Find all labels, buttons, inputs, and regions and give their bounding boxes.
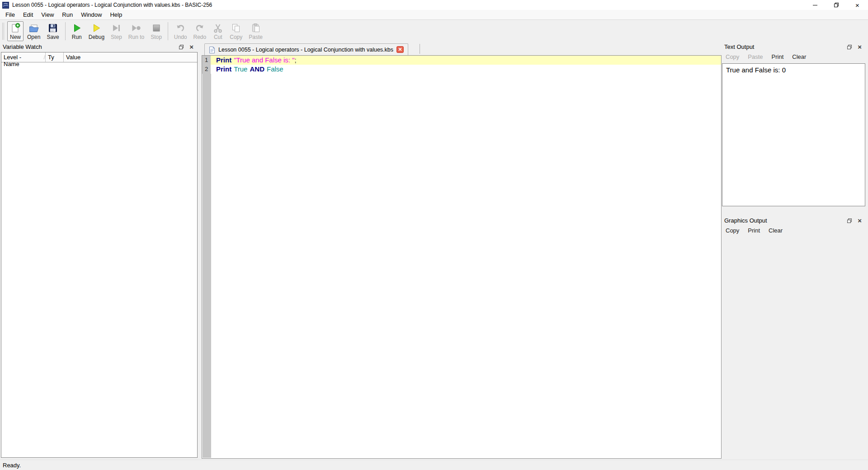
tab-close-icon[interactable]: ✕ bbox=[396, 46, 404, 53]
debug-button-label: Debug bbox=[89, 34, 104, 40]
paste-icon bbox=[250, 23, 261, 33]
restore-icon bbox=[834, 2, 839, 8]
close-button[interactable]: × bbox=[847, 0, 868, 10]
paste-button-label: Paste bbox=[249, 34, 263, 40]
redo-button[interactable]: Redo bbox=[191, 21, 209, 41]
toolbar-separator bbox=[65, 22, 66, 40]
editor-tabbar: Lesson 0055 - Logical operators - Logica… bbox=[202, 42, 722, 55]
close-panel-icon[interactable]: × bbox=[858, 44, 862, 50]
editor-area: Lesson 0055 - Logical operators - Logica… bbox=[202, 42, 722, 460]
paste-button[interactable]: Paste bbox=[246, 21, 265, 41]
new-document-icon bbox=[10, 23, 21, 33]
save-button[interactable]: Save bbox=[44, 21, 61, 41]
menu-window[interactable]: Window bbox=[77, 10, 106, 19]
code-line: 1 Print"True and False is: "; bbox=[202, 56, 721, 65]
close-panel-icon[interactable]: × bbox=[189, 44, 193, 50]
graphics-output-title: Graphics Output bbox=[724, 217, 847, 224]
menu-file[interactable]: File bbox=[1, 10, 19, 19]
menu-edit[interactable]: Edit bbox=[19, 10, 37, 19]
step-button-label: Step bbox=[111, 34, 122, 40]
new-button[interactable]: New bbox=[7, 21, 24, 41]
editor-tab-title: Lesson 0055 - Logical operators - Logica… bbox=[218, 47, 393, 53]
code-line-text: PrintTrueANDFalse bbox=[211, 65, 721, 74]
undo-icon bbox=[175, 23, 186, 33]
graphics-output-canvas bbox=[722, 235, 867, 460]
column-header-level-name[interactable]: Level - Name / bbox=[1, 52, 46, 62]
run-icon bbox=[71, 23, 82, 33]
menu-run[interactable]: Run bbox=[58, 10, 77, 19]
column-header-type[interactable]: Ty bbox=[46, 52, 64, 62]
text-output-buttons: Copy Paste Print Clear bbox=[722, 52, 867, 62]
statusbar: Ready. bbox=[0, 460, 868, 470]
debug-button[interactable]: Debug bbox=[86, 21, 107, 41]
run-to-button-label: Run to bbox=[128, 34, 144, 40]
minimize-button[interactable] bbox=[804, 0, 826, 10]
toolbar-drag-handle[interactable] bbox=[2, 23, 4, 40]
copy-button-label: Copy bbox=[230, 34, 242, 40]
stop-button[interactable]: Stop bbox=[148, 21, 165, 41]
run-to-icon bbox=[131, 23, 142, 33]
text-output-title: Text Output bbox=[724, 43, 847, 50]
line-number: 2 bbox=[202, 65, 211, 74]
float-panel-icon[interactable] bbox=[847, 44, 852, 50]
variable-watch-header: Level - Name / Ty Value bbox=[1, 52, 197, 62]
keyword-token: Print bbox=[216, 56, 231, 64]
graphics-output-print-button[interactable]: Print bbox=[748, 227, 760, 234]
graphics-output-titlebar: Graphics Output × bbox=[722, 215, 867, 226]
variable-watch-titlebar: Variable Watch × bbox=[0, 42, 199, 52]
keyword-token: AND bbox=[250, 65, 264, 73]
menu-help[interactable]: Help bbox=[106, 10, 126, 19]
text-output-clear-button[interactable]: Clear bbox=[792, 53, 806, 60]
undo-button[interactable]: Undo bbox=[171, 21, 190, 41]
variable-watch-table: Level - Name / Ty Value bbox=[1, 52, 198, 458]
app-icon bbox=[2, 2, 9, 9]
copy-button[interactable]: Copy bbox=[227, 21, 245, 41]
open-folder-icon bbox=[28, 23, 39, 33]
stop-button-label: Stop bbox=[151, 34, 162, 40]
text-output-panel: Text Output × Copy Paste Print Clear Tru… bbox=[722, 42, 867, 215]
graphics-output-clear-button[interactable]: Clear bbox=[769, 227, 783, 234]
restore-button[interactable] bbox=[826, 0, 847, 10]
run-button[interactable]: Run bbox=[69, 21, 85, 41]
variable-watch-panel: Variable Watch × Level - Name / Ty Value bbox=[0, 42, 199, 460]
menubar: File Edit View Run Window Help bbox=[0, 10, 868, 20]
save-floppy-icon bbox=[47, 23, 58, 33]
punctuation-token: ; bbox=[294, 56, 296, 64]
redo-icon bbox=[194, 23, 205, 33]
text-output-copy-button[interactable]: Copy bbox=[726, 53, 739, 60]
new-button-label: New bbox=[10, 34, 21, 40]
save-button-label: Save bbox=[47, 34, 59, 40]
sort-indicator-icon: / bbox=[43, 54, 45, 62]
line-number: 1 bbox=[202, 56, 211, 65]
text-output-paste-button[interactable]: Paste bbox=[748, 53, 763, 60]
open-button-label: Open bbox=[27, 34, 40, 40]
stop-icon bbox=[151, 23, 162, 33]
text-output-content[interactable]: True and False is: 0 bbox=[722, 63, 865, 206]
step-button[interactable]: Step bbox=[108, 21, 125, 41]
code-line: 2 PrintTrueANDFalse bbox=[202, 65, 721, 74]
column-header-value[interactable]: Value bbox=[64, 52, 197, 62]
run-to-button[interactable]: Run to bbox=[126, 21, 147, 41]
undo-button-label: Undo bbox=[174, 34, 187, 40]
variable-watch-title: Variable Watch bbox=[3, 43, 179, 50]
minimize-icon bbox=[813, 5, 817, 5]
graphics-output-panel: Graphics Output × Copy Print Clear bbox=[722, 215, 867, 460]
graphics-output-buttons: Copy Print Clear bbox=[722, 226, 867, 235]
close-panel-icon[interactable]: × bbox=[858, 218, 862, 223]
cut-button[interactable]: Cut bbox=[210, 21, 226, 41]
constant-token: True bbox=[234, 65, 247, 73]
cut-icon bbox=[212, 23, 223, 33]
run-button-label: Run bbox=[72, 34, 82, 40]
float-panel-icon[interactable] bbox=[179, 44, 184, 50]
open-button[interactable]: Open bbox=[24, 21, 43, 41]
code-editor[interactable]: 1 Print"True and False is: "; 2 PrintTru… bbox=[202, 55, 722, 459]
editor-tab[interactable]: Lesson 0055 - Logical operators - Logica… bbox=[204, 43, 408, 55]
redo-button-label: Redo bbox=[193, 34, 207, 40]
text-output-print-button[interactable]: Print bbox=[772, 53, 784, 60]
toolbar: New Open Save Run Debug bbox=[0, 20, 868, 42]
float-panel-icon[interactable] bbox=[847, 218, 852, 223]
step-icon bbox=[111, 23, 122, 33]
menu-view[interactable]: View bbox=[37, 10, 58, 19]
graphics-output-copy-button[interactable]: Copy bbox=[726, 227, 739, 234]
code-line-text: Print"True and False is: "; bbox=[211, 56, 721, 65]
